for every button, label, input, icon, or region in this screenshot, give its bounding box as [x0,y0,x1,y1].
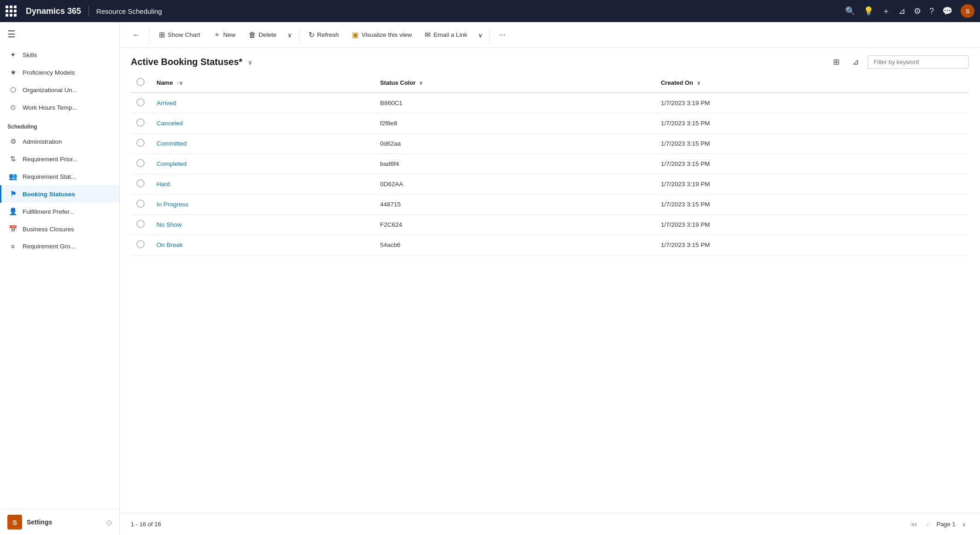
delete-dropdown-button[interactable]: ∨ [284,29,295,41]
sidebar-main-items: ✦ Skills ★ Proficiency Models ⬡ Organiza… [0,46,119,116]
sidebar-item-business-closures[interactable]: 📅 Business Closures [0,220,119,238]
grid-icon[interactable] [6,6,17,17]
row-name-cell[interactable]: Canceled [151,113,374,134]
req-statuses-icon: 👥 [9,172,17,181]
sidebar-item-skills[interactable]: ✦ Skills [0,46,119,64]
show-chart-label: Show Chart [168,31,200,38]
filter-view-icon-btn[interactable]: ⊿ [848,54,863,70]
row-checkbox[interactable] [136,200,145,208]
sidebar-item-proficiency[interactable]: ★ Proficiency Models [0,64,119,81]
table-body: Arrived B860C1 1/7/2023 3:19 PM Canceled… [131,93,969,255]
sidebar-item-administration[interactable]: ⚙ Administration [0,133,119,150]
add-icon[interactable]: ＋ [882,6,890,17]
row-name-cell[interactable]: Completed [151,154,374,174]
row-checkbox-cell[interactable] [131,134,151,154]
table-view-icon-btn[interactable]: ⊞ [829,54,844,70]
top-nav: Dynamics 365 Resource Scheduling 🔍 💡 ＋ ⊿… [0,0,980,22]
hamburger-icon[interactable]: ☰ [7,29,16,39]
row-checkbox[interactable] [136,118,145,127]
status-color-sort-icon: ∨ [419,80,423,86]
col-created-on-label: Created On [661,79,693,86]
row-checkbox-cell[interactable] [131,235,151,255]
first-page-button[interactable]: ⏮ [906,518,921,530]
table-row: On Break 54acb6 1/7/2023 3:15 PM [131,235,969,255]
more-options-button[interactable]: ⋯ [494,29,511,41]
diamond-icon: ◇ [106,518,112,527]
col-header-name[interactable]: Name ↑∨ [151,73,374,93]
sidebar-item-booking-statuses[interactable]: ⚑ Booking Statuses [0,185,119,203]
next-page-button[interactable]: › [959,518,969,530]
row-created-on-cell: 1/7/2023 3:15 PM [655,154,969,174]
footer-settings-label: Settings [27,518,102,526]
fulfillment-pref-icon: 👤 [9,207,17,216]
business-closures-icon: 📅 [9,225,17,233]
show-chart-button[interactable]: ⊞ Show Chart [153,28,206,42]
sidebar-item-work-hours[interactable]: ⊙ Work Hours Temp... [0,99,119,116]
brand-title: Dynamics 365 [26,6,81,16]
col-checkbox[interactable] [131,73,151,93]
row-checkbox-cell[interactable] [131,194,151,215]
sidebar-item-req-priorities[interactable]: ⇅ Requirement Prior... [0,150,119,168]
header-checkbox[interactable] [136,78,145,86]
row-checkbox-cell[interactable] [131,215,151,235]
row-checkbox[interactable] [136,240,145,248]
view-title: Active Booking Statuses* [131,57,242,67]
col-header-status-color[interactable]: Status Color ∨ [374,73,655,93]
row-checkbox[interactable] [136,179,145,188]
row-name-cell[interactable]: No Show [151,215,374,235]
row-checkbox[interactable] [136,220,145,228]
row-name-cell[interactable]: Committed [151,134,374,154]
req-priorities-icon: ⇅ [9,155,17,163]
search-icon[interactable]: 🔍 [845,6,855,16]
new-button[interactable]: ＋ New [208,27,241,42]
user-avatar-icon[interactable]: S [961,4,974,18]
email-link-button[interactable]: ✉ Email a Link [419,28,473,42]
row-checkbox[interactable] [136,159,145,167]
table-view-icon: ⊞ [833,58,840,66]
toolbar-divider-2 [299,29,299,41]
row-checkbox-cell[interactable] [131,93,151,113]
sidebar-footer: S Settings ◇ [0,509,119,535]
chat-icon[interactable]: 💬 [942,6,952,16]
lightbulb-icon[interactable]: 💡 [863,6,874,16]
row-name-cell[interactable]: Arrived [151,93,374,113]
refresh-icon: ↻ [309,30,315,39]
filter-input[interactable] [868,55,969,69]
created-on-sort-icon: ∨ [697,80,700,86]
row-checkbox-cell[interactable] [131,154,151,174]
view-title-caret[interactable]: ∨ [248,59,252,66]
row-name-cell[interactable]: Hard [151,174,374,194]
booking-statuses-icon: ⚑ [9,190,17,198]
sidebar-item-org-units[interactable]: ⬡ Organizational Un... [0,81,119,99]
settings-icon[interactable]: ⚙ [914,6,921,16]
table-area: Name ↑∨ Status Color ∨ Created On ∨ [120,73,980,513]
back-button[interactable]: ← [127,28,146,42]
delete-icon: 🗑 [249,31,256,39]
administration-icon: ⚙ [9,137,17,146]
module-title: Resource Scheduling [96,7,162,15]
row-checkbox[interactable] [136,98,145,106]
email-dropdown-button[interactable]: ∨ [475,29,486,41]
refresh-button[interactable]: ↻ Refresh [303,28,344,42]
table-row: Arrived B860C1 1/7/2023 3:19 PM [131,93,969,113]
prev-page-button[interactable]: ‹ [923,518,933,530]
table-row: In Progress 448715 1/7/2023 3:15 PM [131,194,969,215]
delete-label: Delete [259,31,277,38]
sidebar-item-req-statuses[interactable]: 👥 Requirement Stat... [0,168,119,185]
row-checkbox[interactable] [136,139,145,147]
pagination: 1 - 16 of 16 ⏮ ‹ Page 1 › [120,513,980,535]
col-header-created-on[interactable]: Created On ∨ [655,73,969,93]
scheduling-section-label: Scheduling [0,116,119,133]
row-name-cell[interactable]: On Break [151,235,374,255]
help-icon[interactable]: ? [929,6,934,16]
row-checkbox-cell[interactable] [131,174,151,194]
sidebar-item-fulfillment-pref[interactable]: 👤 Fulfillment Prefer... [0,203,119,220]
row-name-cell[interactable]: In Progress [151,194,374,215]
delete-button[interactable]: 🗑 Delete [243,28,282,42]
sidebar-item-req-groups[interactable]: ≡ Requirement Gro... [0,238,119,255]
toolbar-divider-1 [149,29,150,41]
filter-icon[interactable]: ⊿ [898,6,905,16]
visualize-button[interactable]: ▣ Visualize this view [346,28,417,42]
row-checkbox-cell[interactable] [131,113,151,134]
footer-avatar: S [7,515,22,529]
